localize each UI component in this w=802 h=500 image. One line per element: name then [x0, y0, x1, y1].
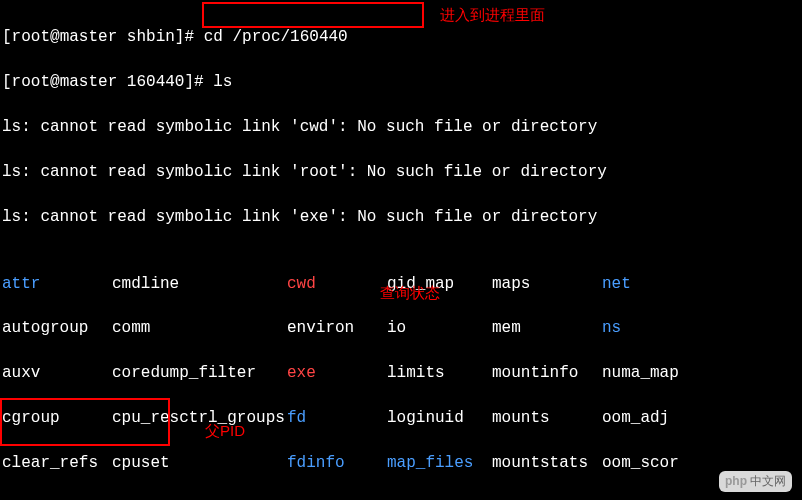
prompt-line-1[interactable]: [root@master shbin]# cd /proc/160440 — [2, 26, 800, 48]
ls-row: autogroupcommenvironiomemns — [2, 317, 800, 339]
ls-item: environ — [287, 317, 387, 339]
ls-item: cpuset — [112, 452, 287, 474]
ls-item: exe — [287, 362, 387, 384]
ls-item: limits — [387, 362, 492, 384]
ls-item: cmdline — [112, 273, 287, 295]
watermark-logo: php — [725, 473, 747, 490]
annotation-query-status: 查询状态 — [380, 282, 440, 303]
ls-item: loginuid — [387, 407, 492, 429]
ls-item: oom_scor — [602, 452, 679, 474]
ls-item: oom_adj — [602, 407, 669, 429]
ls-item: clear_refs — [2, 452, 112, 474]
error-line: ls: cannot read symbolic link 'root': No… — [2, 161, 800, 183]
ls-item: numa_map — [602, 362, 679, 384]
watermark-text: 中文网 — [750, 473, 786, 490]
ls-row: clear_refscpusetfdinfomap_filesmountstat… — [2, 452, 800, 474]
ls-item: auxv — [2, 362, 112, 384]
ls-row: auxvcoredump_filterexelimitsmountinfonum… — [2, 362, 800, 384]
annotation-enter-process: 进入到进程里面 — [440, 4, 545, 25]
ls-item: cwd — [287, 273, 387, 295]
highlight-box-ppid — [0, 398, 170, 446]
ls-item: maps — [492, 273, 602, 295]
ls-item: ns — [602, 317, 621, 339]
error-line: ls: cannot read symbolic link 'exe': No … — [2, 206, 800, 228]
ls-item: autogroup — [2, 317, 112, 339]
ls-item: mountinfo — [492, 362, 602, 384]
highlight-box-cd — [202, 2, 424, 28]
ls-item: coredump_filter — [112, 362, 287, 384]
ls-item: mem — [492, 317, 602, 339]
watermark: php中文网 — [719, 471, 792, 492]
ls-item: attr — [2, 273, 112, 295]
ls-item: mounts — [492, 407, 602, 429]
ls-item: map_files — [387, 452, 492, 474]
ls-item: io — [387, 317, 492, 339]
ls-item: mountstats — [492, 452, 602, 474]
prompt-line-2[interactable]: [root@master 160440]# ls — [2, 71, 800, 93]
ls-item: fd — [287, 407, 387, 429]
error-line: ls: cannot read symbolic link 'cwd': No … — [2, 116, 800, 138]
ls-item: net — [602, 273, 631, 295]
annotation-parent-pid: 父PID — [205, 420, 245, 441]
ls-item: comm — [112, 317, 287, 339]
ls-item: fdinfo — [287, 452, 387, 474]
